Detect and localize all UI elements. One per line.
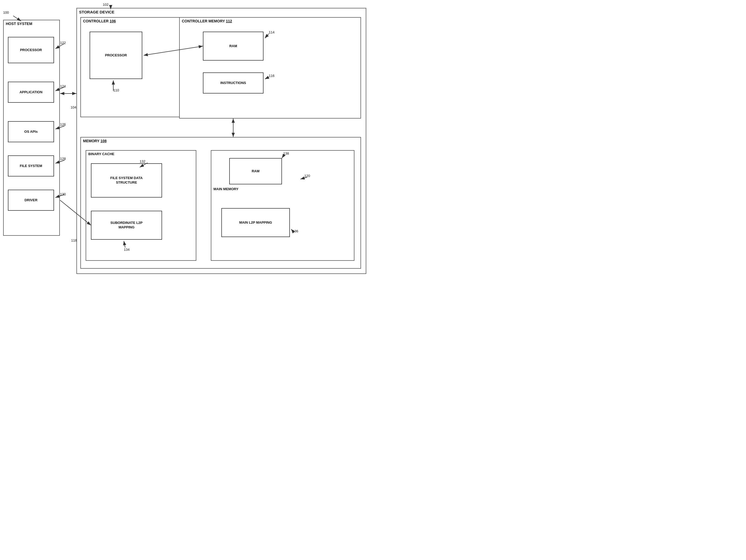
ref-138: 138: [283, 151, 289, 155]
ref-132: 132: [140, 159, 145, 163]
ref-114: 114: [269, 30, 275, 34]
controller-label: CONTROLLER 106: [83, 19, 116, 23]
ref-104: 104: [70, 106, 77, 109]
ref-134: 134: [124, 247, 130, 252]
ref-116: 116: [269, 74, 275, 78]
binary-cache-label: BINARY CACHE: [88, 152, 114, 156]
ctrl-ram-label: RAM: [229, 44, 237, 49]
ref-130: 130: [60, 192, 66, 196]
ref-124: 124: [60, 84, 66, 88]
file-system-label: FILE SYSTEM: [20, 164, 42, 168]
os-apis-box: OS APIs: [8, 121, 54, 142]
ctrl-processor-label: PROCESSOR: [105, 53, 127, 58]
driver-label: DRIVER: [25, 198, 37, 203]
fs-data-structure-label: FILE SYSTEM DATA STRUCTURE: [110, 176, 143, 185]
ref-136: 136: [292, 229, 298, 233]
ref-102: 102: [103, 3, 109, 7]
ref-128: 128: [60, 157, 66, 161]
file-system-box: FILE SYSTEM: [8, 155, 54, 176]
instructions-box: INSTRUCTIONS: [203, 72, 263, 93]
ctrl-processor-box: PROCESSOR: [90, 32, 142, 79]
ref-110: 110: [113, 88, 119, 92]
controller-ref: 106: [110, 19, 116, 23]
main-ram-box: RAM: [229, 158, 282, 184]
storage-device-label: STORAGE DEVICE: [79, 10, 114, 14]
main-l2p-box: MAIN L2P MAPPING: [221, 208, 290, 237]
application-box: APPLICATION: [8, 82, 54, 103]
host-processor-label: PROCESSOR: [20, 48, 42, 52]
memory-ref: 108: [101, 139, 107, 143]
memory-label: MEMORY 108: [83, 139, 107, 143]
ref-126: 126: [60, 122, 66, 126]
subordinate-l2p-box: SUBORDINATE L2P MAPPING: [91, 211, 162, 240]
subordinate-l2p-label: SUBORDINATE L2P MAPPING: [110, 221, 143, 230]
controller-memory-label: CONTROLLER MEMORY 112: [182, 19, 232, 23]
main-memory-label: MAIN MEMORY: [213, 187, 238, 191]
os-apis-label: OS APIs: [24, 129, 38, 134]
instructions-label: INSTRUCTIONS: [220, 81, 246, 85]
ctrl-mem-ref: 112: [226, 19, 232, 23]
application-label: APPLICATION: [20, 90, 42, 94]
fs-data-structure-box: FILE SYSTEM DATA STRUCTURE: [91, 163, 162, 198]
ref-120: 120: [304, 174, 310, 178]
ctrl-ram-box: RAM: [203, 32, 263, 61]
ref-100: 100: [3, 10, 9, 14]
host-system-label: HOST SYSTEM: [6, 22, 32, 26]
ref-118: 118: [71, 238, 77, 242]
driver-box: DRIVER: [8, 190, 54, 211]
host-processor-box: PROCESSOR: [8, 37, 54, 63]
ref-122: 122: [60, 41, 66, 45]
main-ram-label: RAM: [252, 169, 260, 174]
main-l2p-label: MAIN L2P MAPPING: [239, 220, 272, 225]
diagram-container: HOST SYSTEM PROCESSOR APPLICATION OS API…: [0, 0, 373, 280]
